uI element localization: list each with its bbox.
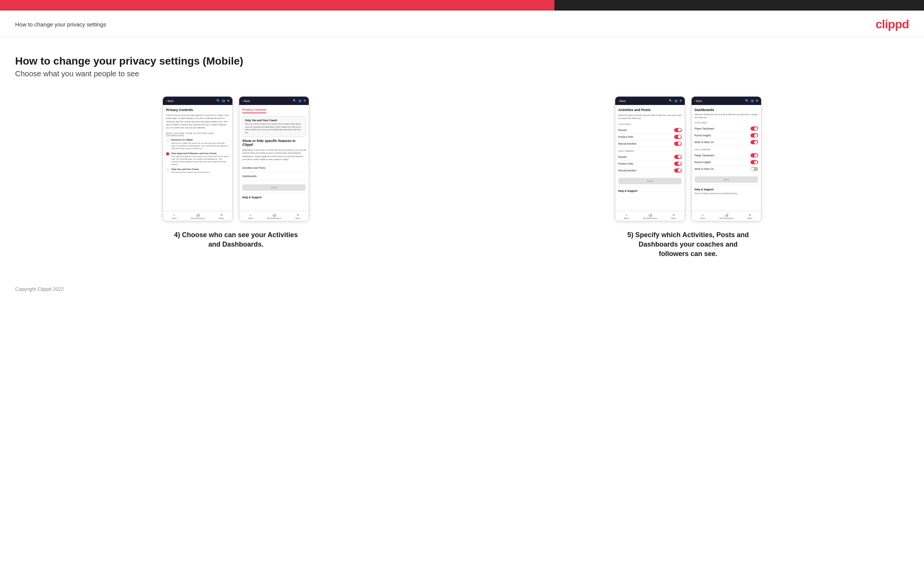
save-btn-2[interactable]: Save (242, 184, 306, 191)
coaches-rounds-label: Rounds (618, 129, 627, 131)
screenshots-row: ‹Back 🔍 👥 ⚙ Privacy Controls Control how… (15, 96, 909, 259)
followers-player-dash-toggle[interactable] (751, 153, 758, 158)
dashboards-title: Dashboards (695, 108, 758, 112)
phone-body-4: Dashboards Select the dashboards that yo… (691, 105, 761, 211)
dashboards-row[interactable]: Dashboards › (242, 172, 306, 181)
people-icon-4[interactable]: 👥 (751, 99, 754, 102)
performance-label-2: My Performance (267, 217, 281, 219)
search-icon[interactable]: 🔍 (216, 99, 220, 102)
followers-what-to-work-toggle[interactable] (751, 167, 758, 171)
home-icon-2: ⌂ (249, 213, 251, 217)
nav-menu-2[interactable]: ≡ Menu (296, 213, 300, 219)
screenshot-group-2: ‹Back 🔍 👥 ⚙ Activities and Posts Select … (467, 96, 909, 259)
nav-menu-1[interactable]: ≡ Menu (219, 213, 224, 219)
radio-everyone[interactable]: Everyone on Clippd Everyone on Clippd ca… (166, 138, 229, 150)
followers-drills-toggle[interactable] (674, 162, 682, 166)
coaches-manual-toggle[interactable] (674, 142, 682, 146)
activities-posts-label: Activities and Posts (242, 166, 265, 169)
save-btn-3[interactable]: Save (618, 178, 682, 184)
who-can-see-label: Who Can See Your Activities and Dashboar… (166, 132, 229, 137)
coaches-round-insights-row: Round Insights (695, 132, 758, 139)
phone-header-3: ‹Back 🔍 👥 ⚙ (615, 97, 685, 105)
phone-header-2: ‹Back 🔍 👥 ⚙ (239, 97, 309, 105)
coaches-player-dash-toggle[interactable] (751, 126, 758, 131)
phone-nav-2: ⌂ Home 📊 My Performance ≡ Menu (239, 211, 309, 221)
coaches-drills-toggle[interactable] (674, 135, 682, 139)
search-icon-4[interactable]: 🔍 (745, 99, 749, 102)
people-icon-3[interactable]: 👥 (674, 99, 678, 102)
back-btn-3[interactable]: ‹Back (618, 100, 626, 102)
home-label-2: Home (248, 217, 253, 219)
privacy-controls-desc: Control how you and your data appears to… (166, 114, 229, 129)
activities-posts-desc: Select the types of activity that you'd … (618, 114, 682, 120)
show-hide-desc: Regardless of the privacy controls that … (242, 148, 306, 161)
followers-manual-toggle[interactable] (674, 168, 682, 172)
people-icon[interactable]: 👥 (222, 99, 225, 102)
help-support-3: Help & Support (618, 190, 682, 192)
radio-approved[interactable]: Only Approved Followers and Your Coach O… (166, 152, 229, 166)
followers-label-3: FOLLOWERS (618, 150, 682, 152)
coaches-drills-label: Practice Drills (618, 135, 633, 138)
coaches-round-insights-label: Round Insights (695, 134, 711, 137)
phone-header-4: ‹Back 🔍 👥 ⚙ (691, 97, 761, 105)
dashboards-desc: Select the dashboards that you'd like to… (695, 113, 758, 119)
menu-icon-3: ≡ (673, 213, 675, 217)
nav-menu-4[interactable]: ≡ Menu (748, 213, 753, 219)
menu-icon-2: ≡ (297, 213, 299, 217)
phone-mockup-4: ‹Back 🔍 👥 ⚙ Dashboards Select the dashbo… (691, 96, 761, 221)
nav-menu-3[interactable]: ≡ Menu (671, 213, 676, 219)
nav-home-2[interactable]: ⌂ Home (248, 213, 253, 219)
back-btn-1[interactable]: ‹Back (166, 100, 173, 102)
followers-what-to-work-row: What To Work On (695, 166, 758, 172)
followers-rounds-toggle[interactable] (674, 155, 682, 159)
settings-icon[interactable]: ⚙ (227, 99, 229, 102)
privacy-controls-tab[interactable]: Privacy Controls (242, 108, 267, 113)
phone-nav-3: ⌂ Home 📊 My Performance ≡ Menu (615, 211, 685, 221)
coaches-round-insights-toggle[interactable] (751, 133, 758, 137)
performance-icon-3: 📊 (648, 213, 652, 217)
screenshot-pair-2: ‹Back 🔍 👥 ⚙ Activities and Posts Select … (615, 96, 761, 221)
coaches-manual-label: Manual Activities (618, 142, 636, 145)
back-btn-2[interactable]: ‹Back (242, 100, 250, 102)
activities-posts-row[interactable]: Activities and Posts › (242, 164, 306, 172)
nav-performance-1[interactable]: 📊 My Performance (191, 213, 205, 219)
top-bar (0, 0, 924, 11)
coaches-rounds-toggle[interactable] (674, 128, 682, 132)
arrow-right-1: › (305, 166, 306, 169)
home-icon-1: ⌂ (173, 213, 175, 217)
infobox-title: Only You and Your Coach (245, 119, 303, 122)
coaches-what-to-work-toggle[interactable] (751, 140, 758, 144)
nav-performance-3[interactable]: 📊 My Performance (643, 213, 657, 219)
phone-mockup-3: ‹Back 🔍 👥 ⚙ Activities and Posts Select … (615, 96, 685, 221)
radio-only-you[interactable]: Only You and Your Coach Only you and the… (166, 168, 229, 174)
menu-label-1: Menu (219, 217, 224, 219)
page-title: How to change your privacy settings (Mob… (15, 55, 909, 67)
settings-icon-4[interactable]: ⚙ (756, 99, 758, 102)
nav-performance-4[interactable]: 📊 My Performance (720, 213, 733, 219)
coaches-label-3: COACHES (618, 123, 682, 126)
followers-drills-row: Practice Drills (618, 161, 682, 167)
search-icon-2[interactable]: 🔍 (293, 99, 296, 102)
settings-icon-3[interactable]: ⚙ (680, 99, 682, 102)
phone-body-1: Privacy Controls Control how you and you… (163, 105, 233, 211)
screenshot-pair-1: ‹Back 🔍 👥 ⚙ Privacy Controls Control how… (163, 96, 309, 221)
radio-approved-desc: Only approved followers and coaches you … (171, 155, 229, 166)
people-icon-2[interactable]: 👥 (298, 99, 302, 102)
back-btn-4[interactable]: ‹Back (695, 100, 702, 102)
followers-round-insights-row: Round Insights (695, 159, 758, 166)
home-label-4: Home (700, 217, 705, 219)
nav-home-1[interactable]: ⌂ Home (171, 213, 176, 219)
save-btn-4[interactable]: Save (695, 176, 758, 183)
settings-icon-2[interactable]: ⚙ (304, 99, 306, 102)
nav-performance-2[interactable]: 📊 My Performance (267, 213, 281, 219)
coaches-what-to-work-row: What To Work On (695, 139, 758, 146)
followers-round-insights-toggle[interactable] (751, 160, 758, 164)
activities-posts-title: Activities and Posts (618, 108, 682, 112)
followers-drills-label: Practice Drills (618, 162, 633, 165)
nav-home-4[interactable]: ⌂ Home (700, 213, 705, 219)
search-icon-3[interactable]: 🔍 (669, 99, 672, 102)
nav-home-3[interactable]: ⌂ Home (624, 213, 629, 219)
header-icons-2: 🔍 👥 ⚙ (293, 99, 306, 102)
radio-circle-approved (166, 152, 169, 156)
followers-label-4: FOLLOWERS (695, 148, 758, 151)
